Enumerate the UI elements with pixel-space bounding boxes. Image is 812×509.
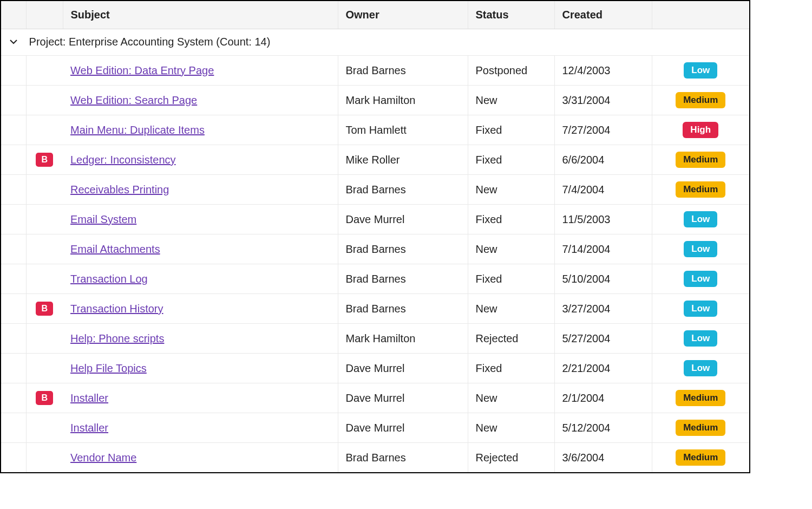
header-subject[interactable]: Subject bbox=[63, 1, 338, 29]
status-cell: New bbox=[468, 383, 554, 413]
table-row[interactable]: Email SystemDave MurrelFixed11/5/2003Low bbox=[1, 205, 749, 234]
created-cell: 5/12/2004 bbox=[554, 413, 652, 443]
priority-pill: Low bbox=[684, 301, 717, 317]
subject-cell: Installer bbox=[63, 413, 338, 443]
status-cell: New bbox=[468, 294, 554, 324]
status-cell: Fixed bbox=[468, 145, 554, 175]
subject-link[interactable]: Email System bbox=[70, 213, 136, 225]
created-cell: 3/31/2004 bbox=[554, 86, 652, 115]
subject-cell: Help: Phone scripts bbox=[63, 324, 338, 354]
owner-cell: Dave Murrel bbox=[338, 383, 468, 413]
priority-cell: Low bbox=[652, 234, 749, 264]
table-row[interactable]: Vendor NameBrad BarnesRejected3/6/2004Me… bbox=[1, 443, 749, 473]
table-row[interactable]: Web Edition: Search PageMark HamiltonNew… bbox=[1, 86, 749, 115]
expand-cell bbox=[1, 86, 26, 115]
subject-link[interactable]: Help: Phone scripts bbox=[70, 332, 164, 344]
created-cell: 6/6/2004 bbox=[554, 145, 652, 175]
table-row[interactable]: Transaction LogBrad BarnesFixed5/10/2004… bbox=[1, 264, 749, 294]
header-created[interactable]: Created bbox=[554, 1, 652, 29]
expand-cell bbox=[1, 354, 26, 383]
priority-pill: Medium bbox=[676, 390, 725, 406]
header-expand[interactable] bbox=[1, 1, 26, 29]
table-row[interactable]: BInstallerDave MurrelNew2/1/2004Medium bbox=[1, 383, 749, 413]
subject-link[interactable]: Installer bbox=[70, 392, 108, 404]
table-row[interactable]: Help File TopicsDave MurrelFixed2/21/200… bbox=[1, 354, 749, 383]
badge-cell: B bbox=[26, 145, 63, 175]
priority-pill: Medium bbox=[676, 92, 725, 108]
expand-cell bbox=[1, 383, 26, 413]
subject-link[interactable]: Transaction Log bbox=[70, 273, 148, 285]
subject-link[interactable]: Installer bbox=[70, 422, 108, 434]
badge-cell: B bbox=[26, 383, 63, 413]
chevron-down-icon[interactable] bbox=[1, 36, 26, 49]
status-cell: Fixed bbox=[468, 264, 554, 294]
created-cell: 2/21/2004 bbox=[554, 354, 652, 383]
subject-link[interactable]: Vendor Name bbox=[70, 452, 136, 464]
subject-cell: Transaction Log bbox=[63, 264, 338, 294]
subject-link[interactable]: Main Menu: Duplicate Items bbox=[70, 124, 205, 136]
subject-cell: Web Edition: Search Page bbox=[63, 86, 338, 115]
header-badge[interactable] bbox=[26, 1, 63, 29]
owner-cell: Dave Murrel bbox=[338, 205, 468, 234]
header-status[interactable]: Status bbox=[468, 1, 554, 29]
header-priority[interactable] bbox=[652, 1, 749, 29]
subject-cell: Installer bbox=[63, 383, 338, 413]
table-row[interactable]: Email AttachmentsBrad BarnesNew7/14/2004… bbox=[1, 234, 749, 264]
badge-cell: B bbox=[26, 294, 63, 324]
table-row[interactable]: Help: Phone scriptsMark HamiltonRejected… bbox=[1, 324, 749, 354]
group-row[interactable]: Project: Enterprise Accounting System (C… bbox=[1, 29, 749, 56]
created-cell: 7/27/2004 bbox=[554, 115, 652, 145]
priority-cell: Low bbox=[652, 324, 749, 354]
subject-link[interactable]: Web Edition: Data Entry Page bbox=[70, 64, 214, 76]
status-cell: New bbox=[468, 86, 554, 115]
badge-cell bbox=[26, 413, 63, 443]
created-cell: 3/27/2004 bbox=[554, 294, 652, 324]
subject-link[interactable]: Web Edition: Search Page bbox=[70, 94, 197, 106]
created-cell: 12/4/2003 bbox=[554, 56, 652, 86]
subject-cell: Help File Topics bbox=[63, 354, 338, 383]
bold-badge: B bbox=[36, 153, 53, 167]
subject-link[interactable]: Transaction History bbox=[70, 303, 163, 315]
status-cell: New bbox=[468, 413, 554, 443]
table-row[interactable]: Receivables PrintingBrad BarnesNew7/4/20… bbox=[1, 175, 749, 205]
expand-cell bbox=[1, 56, 26, 86]
subject-cell: Receivables Printing bbox=[63, 175, 338, 205]
owner-cell: Mark Hamilton bbox=[338, 324, 468, 354]
owner-cell: Mark Hamilton bbox=[338, 86, 468, 115]
expand-cell bbox=[1, 175, 26, 205]
created-cell: 5/10/2004 bbox=[554, 264, 652, 294]
subject-cell: Email System bbox=[63, 205, 338, 234]
table-row[interactable]: BLedger: InconsistencyMike RollerFixed6/… bbox=[1, 145, 749, 175]
table-row[interactable]: BTransaction HistoryBrad BarnesNew3/27/2… bbox=[1, 294, 749, 324]
grid-frame: Subject Owner Status Created Project: En… bbox=[0, 0, 750, 473]
priority-cell: Medium bbox=[652, 175, 749, 205]
table-row[interactable]: Main Menu: Duplicate ItemsTom HamlettFix… bbox=[1, 115, 749, 145]
owner-cell: Brad Barnes bbox=[338, 443, 468, 473]
status-cell: Rejected bbox=[468, 443, 554, 473]
priority-cell: Low bbox=[652, 56, 749, 86]
priority-cell: High bbox=[652, 115, 749, 145]
header-owner[interactable]: Owner bbox=[338, 1, 468, 29]
expand-cell bbox=[1, 234, 26, 264]
expand-cell bbox=[1, 294, 26, 324]
status-cell: Postponed bbox=[468, 56, 554, 86]
created-cell: 7/14/2004 bbox=[554, 234, 652, 264]
owner-cell: Brad Barnes bbox=[338, 234, 468, 264]
table-row[interactable]: InstallerDave MurrelNew5/12/2004Medium bbox=[1, 413, 749, 443]
owner-cell: Brad Barnes bbox=[338, 56, 468, 86]
subject-link[interactable]: Email Attachments bbox=[70, 243, 160, 255]
subject-cell: Ledger: Inconsistency bbox=[63, 145, 338, 175]
subject-link[interactable]: Receivables Printing bbox=[70, 184, 169, 195]
subject-link[interactable]: Help File Topics bbox=[70, 362, 147, 374]
priority-pill: Medium bbox=[676, 152, 725, 168]
created-cell: 7/4/2004 bbox=[554, 175, 652, 205]
owner-cell: Brad Barnes bbox=[338, 264, 468, 294]
priority-cell: Medium bbox=[652, 383, 749, 413]
badge-cell bbox=[26, 56, 63, 86]
subject-link[interactable]: Ledger: Inconsistency bbox=[70, 154, 176, 166]
created-cell: 3/6/2004 bbox=[554, 443, 652, 473]
owner-cell: Tom Hamlett bbox=[338, 115, 468, 145]
status-cell: New bbox=[468, 175, 554, 205]
table-row[interactable]: Web Edition: Data Entry PageBrad BarnesP… bbox=[1, 56, 749, 86]
priority-pill: Low bbox=[684, 330, 717, 347]
